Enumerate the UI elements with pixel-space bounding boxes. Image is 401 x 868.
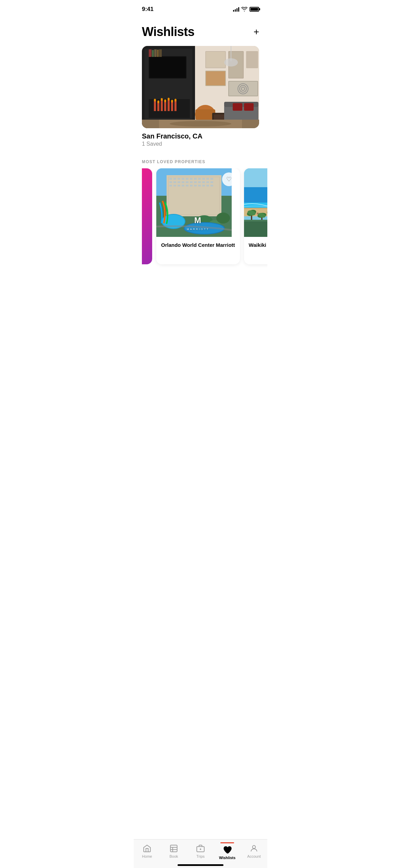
page-header: Wishlists +: [134, 16, 267, 46]
svg-rect-57: [169, 178, 172, 180]
svg-rect-15: [168, 100, 170, 111]
signal-icon: [233, 7, 239, 12]
svg-rect-60: [182, 178, 184, 180]
wishlist-saved-count: 1 Saved: [142, 141, 259, 147]
property-info-waikiki: Waikiki Beach Marriott Resort & Spa: [244, 237, 267, 253]
svg-rect-82: [182, 185, 184, 186]
svg-rect-6: [152, 50, 154, 57]
svg-rect-89: [210, 185, 213, 186]
property-info-orlando: Orlando World Center Marriott: [156, 237, 240, 253]
svg-rect-62: [190, 178, 193, 180]
svg-rect-74: [194, 181, 197, 183]
svg-rect-65: [202, 178, 205, 180]
wishlist-card[interactable]: San Francisco, CA 1 Saved: [142, 46, 259, 147]
wishlist-info: San Francisco, CA 1 Saved: [142, 128, 259, 147]
svg-rect-59: [178, 178, 180, 180]
svg-rect-12: [157, 103, 159, 111]
most-loved-section-header: MOST LOVED PROPERTIES: [134, 154, 267, 168]
page-title: Wishlists: [142, 25, 194, 39]
svg-rect-17: [174, 101, 177, 111]
svg-rect-84: [190, 185, 193, 186]
properties-scroll[interactable]: ♡ M MARRIOTT Orlando World Center Marrio…: [134, 168, 267, 271]
svg-rect-78: [210, 181, 213, 183]
svg-rect-83: [186, 185, 189, 186]
svg-rect-88: [206, 185, 209, 186]
svg-rect-16: [171, 102, 173, 111]
property-card-waikiki[interactable]: ♡ M MARRIOTT Waikiki Beach Marriott Reso…: [244, 168, 267, 264]
status-bar: 9:41: [134, 0, 267, 16]
svg-point-39: [224, 58, 238, 67]
property-card-orlando[interactable]: ♡ M MARRIOTT Orlando World Center Marrio…: [156, 168, 240, 264]
svg-rect-126: [244, 221, 267, 237]
svg-rect-77: [206, 181, 209, 183]
wishlist-lobby-image: [142, 46, 259, 128]
svg-rect-66: [206, 178, 209, 180]
svg-point-94: [216, 213, 230, 224]
svg-rect-69: [173, 181, 176, 183]
svg-point-22: [168, 98, 170, 100]
svg-rect-68: [169, 181, 172, 183]
svg-rect-63: [194, 178, 197, 180]
svg-rect-31: [206, 71, 225, 85]
svg-point-51: [170, 121, 231, 126]
svg-rect-11: [154, 101, 156, 111]
svg-rect-81: [178, 185, 180, 186]
battery-icon: [250, 7, 259, 12]
svg-rect-76: [202, 181, 205, 183]
svg-rect-5: [149, 49, 151, 57]
svg-rect-4: [149, 57, 186, 78]
svg-point-24: [174, 99, 177, 101]
svg-point-23: [171, 100, 173, 103]
svg-rect-9: [159, 49, 162, 57]
property-image-waikiki: ♡ M MARRIOTT: [244, 168, 267, 237]
svg-rect-14: [164, 101, 166, 111]
wishlist-heart-orlando[interactable]: ♡: [222, 172, 236, 186]
property-name-waikiki: Waikiki Beach Marriott Resort & Spa: [249, 242, 267, 249]
svg-rect-71: [182, 181, 184, 183]
svg-rect-80: [173, 185, 176, 186]
section-title: MOST LOVED PROPERTIES: [142, 159, 259, 164]
svg-rect-85: [194, 185, 197, 186]
svg-rect-13: [161, 100, 163, 111]
property-image-orlando: ♡ M MARRIOTT: [156, 168, 240, 237]
marriott-m-icon: M: [187, 216, 209, 225]
svg-rect-87: [202, 185, 205, 186]
svg-point-18: [154, 99, 156, 101]
add-wishlist-button[interactable]: +: [254, 27, 259, 37]
svg-rect-73: [190, 181, 193, 183]
svg-rect-47: [233, 103, 242, 111]
svg-rect-67: [210, 178, 213, 180]
svg-point-19: [157, 100, 159, 103]
svg-rect-70: [178, 181, 180, 183]
svg-rect-58: [173, 178, 176, 180]
svg-rect-32: [246, 51, 258, 68]
svg-rect-98: [244, 168, 267, 187]
svg-rect-27: [206, 52, 225, 68]
marriott-brand-text: MARRIOTT: [187, 228, 209, 231]
marriott-logo-orlando: M MARRIOTT: [187, 216, 209, 231]
svg-rect-7: [154, 49, 157, 57]
wifi-icon: [241, 7, 247, 12]
svg-rect-61: [186, 178, 189, 180]
partial-property-card[interactable]: [142, 168, 152, 264]
svg-rect-86: [198, 185, 201, 186]
status-time: 9:41: [142, 6, 154, 13]
svg-point-20: [161, 98, 163, 101]
svg-rect-75: [198, 181, 201, 183]
svg-rect-72: [186, 181, 189, 183]
wishlist-location: San Francisco, CA: [142, 132, 259, 140]
svg-rect-64: [198, 178, 201, 180]
svg-rect-48: [244, 103, 254, 111]
property-name-orlando: Orlando World Center Marriott: [161, 242, 235, 249]
wishlist-image: [142, 46, 259, 128]
svg-point-21: [164, 99, 166, 102]
svg-rect-79: [169, 185, 172, 186]
status-icons: [233, 7, 259, 12]
svg-rect-8: [157, 50, 159, 57]
